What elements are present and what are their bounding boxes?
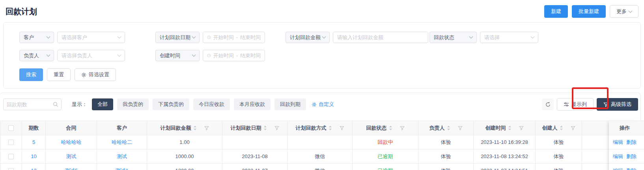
cell-plan-date: 2023-11-07 xyxy=(222,164,287,170)
chevron-down-icon xyxy=(629,9,633,13)
sort-icon[interactable] xyxy=(263,125,267,130)
refresh-icon xyxy=(545,102,551,108)
contract-link[interactable]: 测试 xyxy=(66,153,77,159)
filter-panel: 客户 请选择客户 计划回款日期 开始时间 - 结束时间 计划回款金额 回款状态 xyxy=(3,22,641,89)
batch-create-button[interactable]: 批量新建 xyxy=(572,5,606,18)
select-all-checkbox[interactable] xyxy=(8,125,14,131)
customer-link[interactable]: 测试 xyxy=(117,153,127,159)
row-checkbox[interactable] xyxy=(8,154,14,159)
cell-period: 10 xyxy=(22,149,46,164)
table-row: 5哈哈哈哈哈哈哈二1.00回款中体验2023-11-10 16:39:28体验 xyxy=(0,135,644,149)
filter-field-select[interactable]: 回款状态 xyxy=(429,32,477,43)
column-filter-icon[interactable] xyxy=(204,126,209,130)
sort-icon[interactable] xyxy=(560,125,563,130)
filter-field-select[interactable]: 计划回款日期 xyxy=(155,32,200,43)
column-header-check xyxy=(0,121,22,135)
create-button[interactable]: 新建 xyxy=(544,5,568,18)
column-header-method: 计划回款方式 xyxy=(287,121,353,135)
column-filter-icon[interactable] xyxy=(274,126,279,130)
filter-value-select[interactable]: 请选择 xyxy=(480,32,538,43)
sliders-icon xyxy=(564,102,569,107)
more-button[interactable]: 更多 xyxy=(610,5,638,18)
scope-pill[interactable]: 我负责的 xyxy=(117,98,149,110)
funnel-icon xyxy=(603,102,609,107)
row-checkbox[interactable] xyxy=(8,168,14,170)
scope-pill[interactable]: 今日应收款 xyxy=(193,98,230,110)
column-header-owner: 负责人 xyxy=(418,121,474,135)
contract-link[interactable]: 测试5 xyxy=(65,168,78,170)
toolbar-right: 显示列 高级筛选 xyxy=(542,98,638,111)
column-header-contract: 合同 xyxy=(46,121,97,135)
sort-icon[interactable] xyxy=(389,125,392,130)
chevron-down-icon xyxy=(192,35,196,39)
cell-creator: 体验 xyxy=(536,164,582,170)
edit-link[interactable]: 编辑 xyxy=(613,139,623,146)
reset-button[interactable]: 重置 xyxy=(47,68,71,81)
filter-group: 回款状态 请选择 xyxy=(429,32,640,43)
status-badge: 已逾期 xyxy=(378,168,393,170)
column-header-created_at: 创建时间 xyxy=(474,121,536,135)
delete-link[interactable]: 删除 xyxy=(626,139,637,146)
cell-status: 回款中 xyxy=(353,135,418,149)
cell-creator: 体验 xyxy=(536,135,582,149)
filter-settings-button[interactable]: 筛选设置 xyxy=(75,68,116,81)
advanced-filter-button[interactable]: 高级筛选 xyxy=(597,98,638,111)
column-filter-icon[interactable] xyxy=(400,126,405,130)
column-filter-icon[interactable] xyxy=(571,126,575,130)
filter-group: 计划回款金额 xyxy=(286,32,429,43)
amount-input[interactable] xyxy=(337,34,424,40)
customize-label: 自定义 xyxy=(319,101,334,108)
period-link[interactable]: 10 xyxy=(31,153,36,159)
ops-row: 编辑删除 xyxy=(609,149,640,164)
ops-fixed-column: 操作 编辑删除编辑删除编辑删除 xyxy=(609,121,640,170)
scope-pill[interactable]: 下属负责的 xyxy=(153,98,189,110)
sort-icon[interactable] xyxy=(193,125,197,130)
row-checkbox[interactable] xyxy=(8,140,14,145)
filter-field-select[interactable]: 计划回款金额 xyxy=(286,32,330,43)
customer-link[interactable]: 测试1 xyxy=(115,168,128,170)
filter-field-select[interactable]: 创建时间 xyxy=(155,50,200,61)
customize-link[interactable]: 自定义 xyxy=(312,101,334,108)
cell-period: 12 xyxy=(22,164,46,170)
sort-icon[interactable] xyxy=(447,125,450,130)
date-range-input[interactable]: 开始时间 - 结束时间 xyxy=(203,32,265,43)
period-link[interactable]: 5 xyxy=(32,139,35,145)
column-filter-icon[interactable] xyxy=(458,126,463,130)
edit-link[interactable]: 编辑 xyxy=(613,153,623,160)
filter-value-select[interactable]: 请选择负责人 xyxy=(57,50,125,61)
customer-link[interactable]: 哈哈哈二 xyxy=(112,139,132,145)
cell-method xyxy=(287,135,353,149)
filter-field-select[interactable]: 负责人 xyxy=(19,50,54,61)
filter-group: 创建时间 开始时间 - 结束时间 xyxy=(155,50,286,61)
column-filter-icon[interactable] xyxy=(519,126,524,130)
chevron-down-icon xyxy=(531,35,535,39)
sort-icon[interactable] xyxy=(508,125,511,130)
sort-icon[interactable] xyxy=(329,125,332,130)
column-filter-icon[interactable] xyxy=(340,126,344,130)
scope-pill[interactable]: 本月应收款 xyxy=(234,98,271,110)
advanced-filter-label: 高级筛选 xyxy=(611,101,631,108)
date-range-input[interactable]: 开始时间 - 结束时间 xyxy=(203,50,265,61)
filter-group: 计划回款日期 开始时间 - 结束时间 xyxy=(155,32,286,43)
delete-link[interactable]: 删除 xyxy=(626,153,637,160)
contract-link[interactable]: 哈哈哈哈 xyxy=(61,139,82,145)
scope-pill[interactable]: 全部 xyxy=(92,98,113,110)
cell-created-at: 2023-11-07 14:34:51 xyxy=(474,164,536,170)
status-badge: 回款中 xyxy=(378,139,393,145)
cell-amount: 1200.00 xyxy=(147,164,222,170)
search-icon xyxy=(53,102,58,107)
filter-group: 客户 请选择客户 xyxy=(19,32,155,43)
scope-pill[interactable]: 回款到期 xyxy=(274,98,306,110)
filter-group: 负责人 请选择负责人 xyxy=(19,50,155,61)
column-header-plan_date: 计划回款日期 xyxy=(222,121,287,135)
search-button[interactable]: 搜索 xyxy=(19,68,43,81)
period-link[interactable]: 12 xyxy=(31,168,36,170)
delete-link[interactable]: 删除 xyxy=(626,167,637,170)
refresh-button[interactable] xyxy=(542,98,554,110)
display-columns-label: 显示列 xyxy=(571,101,587,108)
filter-value-select[interactable]: 请选择客户 xyxy=(57,32,125,43)
filter-field-select[interactable]: 客户 xyxy=(19,32,54,43)
edit-link[interactable]: 编辑 xyxy=(613,167,623,170)
chevron-down-icon xyxy=(118,53,121,57)
display-columns-button[interactable]: 显示列 xyxy=(557,98,594,111)
